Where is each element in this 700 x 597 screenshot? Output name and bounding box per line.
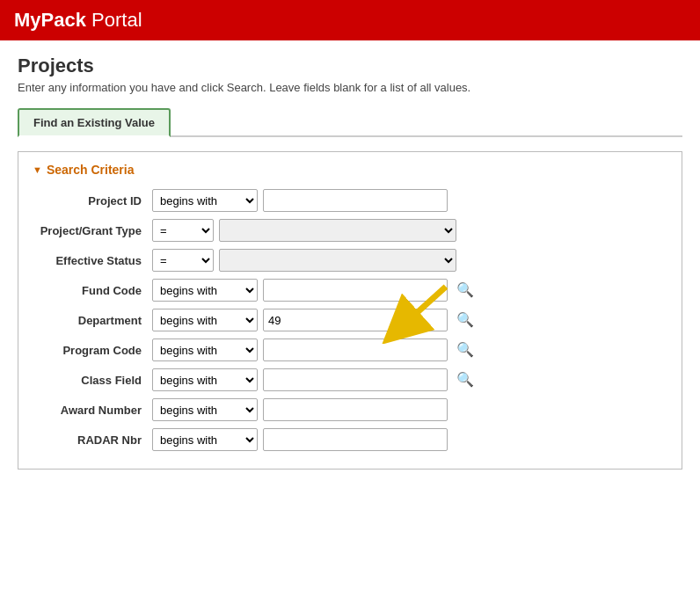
program-code-operator[interactable]: begins with: [152, 339, 258, 361]
fund-code-operator[interactable]: begins with: [152, 279, 258, 302]
class-field-search-button[interactable]: 🔍: [453, 371, 478, 389]
project-id-input[interactable]: [263, 189, 448, 212]
header: MyPack Portal: [0, 0, 700, 40]
fund-code-input[interactable]: [263, 279, 448, 302]
effective-status-label: Effective Status: [33, 254, 147, 267]
department-search-button[interactable]: 🔍: [453, 311, 478, 329]
program-code-row: Program Code begins with 🔍: [33, 339, 667, 361]
department-label: Department: [33, 314, 147, 327]
department-row: Department begins with 🔍: [33, 309, 667, 331]
fund-code-label: Fund Code: [33, 284, 147, 297]
project-id-label: Project ID: [33, 194, 147, 207]
department-operator[interactable]: begins with: [152, 309, 258, 331]
award-number-label: Award Number: [33, 404, 147, 417]
radar-nbr-input[interactable]: [263, 428, 448, 451]
fund-code-search-button[interactable]: 🔍: [453, 281, 478, 299]
radar-nbr-label: RADAR Nbr: [33, 433, 147, 447]
award-number-operator[interactable]: begins with: [152, 398, 258, 421]
class-field-label: Class Field: [33, 374, 147, 387]
project-grant-type-operator[interactable]: =: [152, 219, 214, 242]
page-subtitle: Enter any information you have and click…: [18, 81, 682, 94]
effective-status-value[interactable]: [219, 249, 456, 272]
fund-code-row: Fund Code begins with 🔍: [33, 279, 667, 302]
project-id-operator[interactable]: begins with: [152, 189, 258, 212]
search-criteria-header: ▼ Search Criteria: [33, 163, 667, 177]
project-grant-type-value[interactable]: [219, 219, 456, 242]
award-number-input[interactable]: [263, 398, 448, 421]
collapse-triangle-icon[interactable]: ▼: [33, 164, 42, 175]
header-title: MyPack Portal: [14, 9, 142, 32]
program-code-label: Program Code: [33, 344, 147, 357]
project-grant-type-label: Project/Grant Type: [33, 224, 147, 237]
program-code-input[interactable]: [263, 339, 448, 361]
form-section: Project ID begins with Project/Grant Typ…: [33, 189, 667, 451]
effective-status-row: Effective Status =: [33, 249, 667, 272]
class-field-operator[interactable]: begins with: [152, 368, 258, 391]
class-field-input[interactable]: [263, 368, 448, 391]
page-heading: Projects: [18, 55, 682, 77]
effective-status-operator[interactable]: =: [152, 249, 214, 272]
radar-nbr-row: RADAR Nbr begins with: [33, 428, 667, 451]
project-grant-type-row: Project/Grant Type =: [33, 219, 667, 242]
find-existing-value-tab[interactable]: Find an Existing Value: [18, 108, 171, 137]
radar-nbr-operator[interactable]: begins with: [152, 428, 258, 451]
award-number-row: Award Number begins with: [33, 398, 667, 421]
tab-bar: Find an Existing Value: [18, 106, 682, 137]
department-input[interactable]: [263, 309, 448, 331]
program-code-search-button[interactable]: 🔍: [453, 341, 478, 359]
class-field-row: Class Field begins with 🔍: [33, 368, 667, 391]
project-id-row: Project ID begins with: [33, 189, 667, 212]
search-criteria-section: ▼ Search Criteria Project ID begins with…: [18, 151, 682, 470]
